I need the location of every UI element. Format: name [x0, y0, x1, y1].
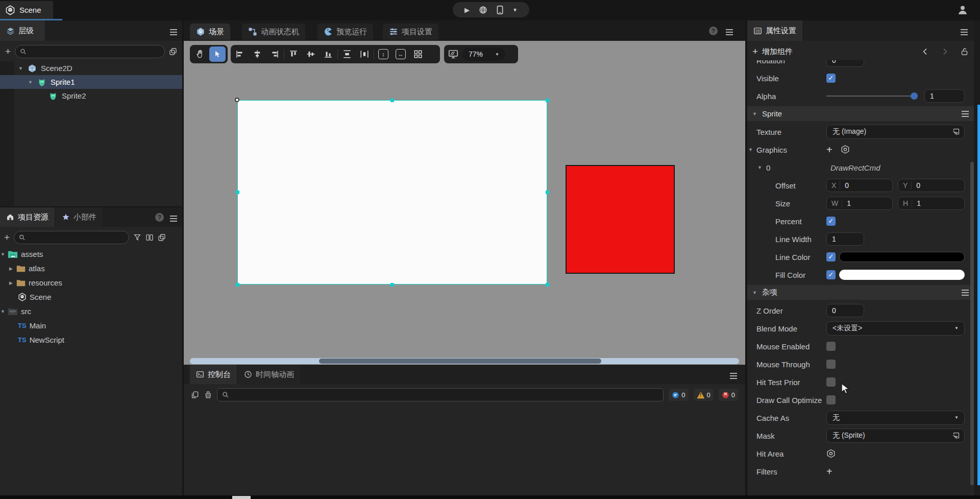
assets-search-input[interactable] — [29, 233, 124, 242]
tab-hierarchy[interactable]: 层级 — [0, 20, 45, 41]
hit-test-prior-checkbox[interactable] — [826, 377, 836, 387]
user-account-icon[interactable] — [957, 4, 969, 16]
collapse-caret-icon[interactable]: ▶ — [9, 280, 14, 286]
resize-handle-right[interactable] — [546, 191, 549, 194]
nav-forward-icon[interactable] — [941, 47, 949, 56]
console-search-input[interactable] — [232, 391, 658, 399]
copy-log-icon[interactable] — [191, 391, 199, 399]
alpha-slider-knob[interactable] — [911, 92, 918, 100]
props-scroll-viewport[interactable]: Rotation Visible ✓ Alpha ▼ — [747, 60, 974, 495]
tree-item-sprite1[interactable]: ▼ Sprite1 — [0, 75, 182, 89]
unlock-icon[interactable] — [960, 47, 969, 56]
fill-color-swatch[interactable] — [839, 270, 965, 280]
mask-ref-field[interactable]: 无 (Sprite) — [826, 429, 965, 443]
assets-menu-icon[interactable] — [170, 214, 177, 223]
graphics-command-0[interactable]: ▼ 0 DrawRectCmd — [747, 158, 974, 176]
tab-timeline-animation[interactable]: 时间轴动画 — [238, 365, 300, 384]
align-right-button[interactable] — [270, 50, 280, 59]
asset-item-scene[interactable]: Scene — [0, 290, 182, 304]
sprite1-object[interactable] — [237, 100, 547, 284]
align-center-horizontal-button[interactable] — [306, 50, 316, 59]
expand-caret-icon[interactable]: ▼ — [18, 66, 23, 71]
hierarchy-search[interactable] — [15, 45, 165, 58]
scene-help-icon[interactable]: ? — [709, 27, 718, 35]
size-w-field[interactable]: W 1 — [826, 197, 893, 210]
tab-console[interactable]: 控制台 — [190, 365, 237, 384]
size-h-field[interactable]: H 1 — [898, 197, 965, 210]
offset-x-field[interactable]: X 0 — [826, 179, 893, 192]
tab-project-settings[interactable]: 项目设置 — [383, 23, 438, 40]
cache-as-dropdown[interactable]: 无 ▼ — [826, 411, 965, 425]
fill-color-checkbox[interactable]: ✓ — [826, 270, 836, 279]
collapse-caret-icon[interactable]: ▶ — [9, 266, 14, 271]
blend-mode-dropdown[interactable]: <未设置> ▼ — [826, 321, 965, 336]
hit-area-settings-icon[interactable] — [826, 449, 836, 458]
add-component-button[interactable]: 增加组件 — [762, 47, 793, 57]
line-color-swatch[interactable] — [839, 252, 965, 262]
pan-tool-button[interactable] — [192, 46, 208, 62]
mouse-through-checkbox[interactable] — [826, 360, 836, 369]
z-order-input[interactable] — [826, 304, 864, 317]
tree-item-scene2d[interactable]: ▼ Scene2D — [0, 61, 182, 75]
tab-animation-state-machine[interactable]: 动画状态机 — [242, 23, 305, 40]
resize-handle-bottom-right[interactable] — [546, 283, 549, 287]
add-filter-button[interactable]: + — [826, 465, 832, 477]
canvas-hscrollbar-thumb[interactable] — [319, 359, 601, 364]
screen-adapt-icon[interactable] — [448, 50, 458, 59]
resize-handle-top-right[interactable] — [546, 99, 549, 102]
draw-call-optimize-checkbox[interactable] — [826, 395, 836, 405]
filter-icon[interactable] — [133, 233, 141, 242]
duplicate-icon[interactable] — [169, 47, 177, 56]
asset-item-newscript[interactable]: TS NewScript — [0, 333, 182, 347]
line-color-checkbox[interactable]: ✓ — [826, 252, 836, 262]
hierarchy-search-input[interactable] — [30, 47, 160, 56]
rotation-input[interactable] — [826, 60, 864, 67]
tab-widgets[interactable]: 小部件 — [56, 207, 103, 227]
alpha-slider[interactable] — [826, 92, 918, 100]
add-node-button[interactable]: + — [5, 46, 11, 57]
console-menu-icon[interactable] — [730, 371, 737, 381]
resize-handle-left[interactable] — [236, 191, 239, 194]
add-graphics-command-button[interactable]: + — [826, 144, 832, 155]
misc-section-menu-icon[interactable] — [962, 288, 969, 297]
align-top-button[interactable] — [288, 50, 299, 59]
align-bottom-button[interactable] — [323, 50, 333, 59]
asset-item-src[interactable]: ▼ </> src — [0, 304, 182, 318]
fit-height-button[interactable]: ↕ — [378, 49, 388, 59]
tab-project-resources[interactable]: 项目资源 — [0, 207, 55, 227]
mouse-enabled-checkbox[interactable] — [826, 342, 836, 351]
select-tool-button[interactable] — [209, 46, 226, 62]
resize-handle-bottom[interactable] — [390, 283, 394, 287]
info-log-filter[interactable]: 0 — [669, 389, 688, 401]
section-header-misc[interactable]: ▼ 杂项 — [747, 283, 974, 301]
asset-item-atlas[interactable]: ▶ atlas — [0, 262, 182, 275]
alpha-input[interactable] — [924, 89, 965, 103]
tree-item-sprite2[interactable]: Sprite2 — [0, 89, 182, 103]
duplicate-icon[interactable] — [158, 233, 166, 242]
props-menu-icon[interactable] — [961, 28, 968, 37]
nav-back-icon[interactable] — [921, 47, 929, 56]
zoom-level-dropdown[interactable]: 77% ▼ — [462, 47, 505, 61]
pick-reference-icon[interactable] — [952, 128, 960, 135]
mobile-device-icon[interactable] — [497, 6, 503, 14]
align-left-button[interactable] — [235, 50, 245, 59]
asset-item-assets[interactable]: ▼ assets — [0, 247, 182, 261]
percent-checkbox[interactable]: ✓ — [826, 217, 836, 226]
hierarchy-menu-icon[interactable] — [170, 28, 177, 37]
sprite2-object[interactable] — [566, 165, 675, 274]
distribute-vertical-button[interactable] — [342, 50, 352, 59]
clear-console-icon[interactable] — [204, 391, 212, 399]
graphics-settings-icon[interactable] — [841, 145, 850, 154]
asset-item-main[interactable]: TS Main — [0, 319, 182, 332]
assets-help-icon[interactable]: ? — [155, 213, 164, 222]
grid-view-button[interactable] — [413, 50, 423, 59]
section-header-sprite[interactable]: ▼ Sprite — [747, 105, 974, 123]
globe-icon[interactable] — [479, 6, 487, 14]
play-icon[interactable]: ▶ — [464, 6, 470, 14]
warning-log-filter[interactable]: ! 0 — [694, 389, 714, 401]
fit-width-button[interactable]: ↔ — [396, 49, 406, 59]
tab-property-settings[interactable]: 属性设置 — [747, 20, 802, 41]
offset-y-field[interactable]: Y 0 — [898, 179, 965, 192]
visible-checkbox[interactable]: ✓ — [826, 74, 836, 83]
canvas-hscrollbar-track[interactable] — [190, 358, 739, 364]
